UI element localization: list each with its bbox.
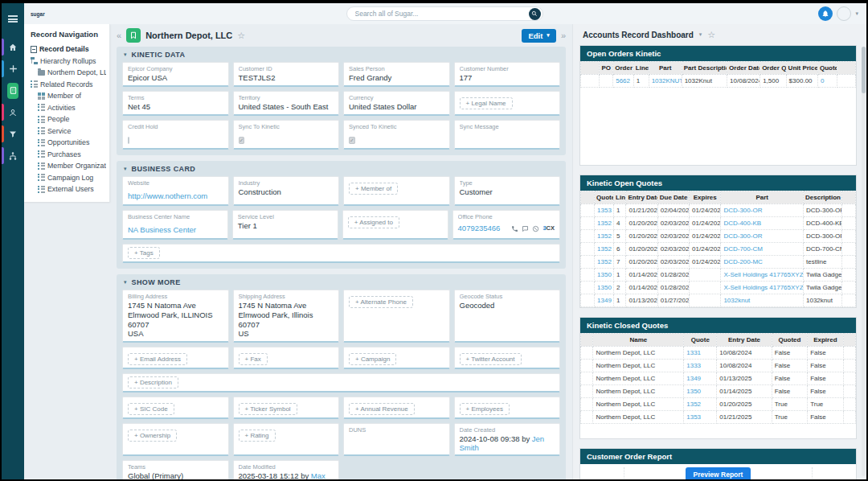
user-avatar[interactable]	[837, 6, 851, 21]
checkbox-checked[interactable]: ✓	[239, 137, 245, 144]
cell-link[interactable]: 1352	[597, 220, 612, 227]
search-input[interactable]	[355, 10, 529, 18]
add-field-button-employees[interactable]: + Employees	[460, 403, 510, 415]
cell-link[interactable]: DCD-300-OR	[723, 207, 762, 214]
add-field-button-alternate-phone[interactable]: + Alternate Phone	[349, 296, 413, 308]
preview-report-button[interactable]: Preview Report	[686, 467, 751, 479]
cell-link[interactable]: 1349	[686, 375, 701, 382]
add-field-button-tags[interactable]: + Tags	[128, 247, 160, 259]
add-field-button-description[interactable]: + Description	[128, 376, 178, 388]
sms-icon[interactable]	[522, 221, 529, 236]
add-field-button-ticker-symbol[interactable]: + Ticker Symbol	[239, 403, 297, 415]
section-header-business-card[interactable]: ▾BUSINESS CARD	[117, 161, 566, 176]
nav-item-service[interactable]: Service	[31, 125, 106, 138]
workspace: Record Navigation Record DetailsHierarch…	[24, 24, 866, 479]
add-field-button-ownership[interactable]: + Ownership	[128, 430, 177, 442]
section-header-show-more[interactable]: ▾SHOW MORE	[117, 274, 566, 290]
favorite-star-icon[interactable]: ☆	[237, 31, 245, 41]
field-label: Business Center Name	[128, 213, 223, 220]
nav-item-campaign-log[interactable]: Campaign Log	[31, 172, 106, 184]
field-sync-to-kinetic: Sync To Kinetic✓	[233, 120, 340, 150]
cell-link[interactable]: DCD-200-MC	[723, 258, 762, 265]
rail-item-contacts[interactable]	[2, 101, 24, 123]
rail-item-org[interactable]	[2, 145, 24, 166]
field-value[interactable]: NA Business Center	[128, 225, 196, 234]
add-field-button-annual-revenue[interactable]: + Annual Revenue	[349, 403, 415, 415]
nav-item-northern-depot-llc[interactable]: Northern Depot, LLC	[31, 67, 106, 79]
dashboard-star-icon[interactable]: ☆	[707, 30, 715, 40]
cell-link[interactable]: 1352	[597, 232, 612, 240]
dashboard-scrollbar[interactable]	[862, 47, 866, 476]
expand-dashboard-icon[interactable]: »	[561, 31, 566, 40]
cell-link[interactable]: 1032knut	[723, 297, 750, 304]
rail-item-menu[interactable]	[2, 8, 24, 30]
cell-link[interactable]: 1350	[686, 388, 701, 395]
rail-item-filter[interactable]	[2, 123, 24, 145]
edit-button[interactable]: Edit ▾	[522, 29, 555, 43]
table-header-line: Line	[633, 62, 649, 75]
call-icon[interactable]	[511, 221, 518, 236]
rail-item-accounts[interactable]	[2, 80, 24, 101]
checkbox-unchecked[interactable]	[128, 137, 129, 144]
table-cell: 10/08/2024	[727, 75, 760, 88]
cell-link[interactable]: 1352	[686, 401, 701, 408]
nav-item-record-details[interactable]: Record Details	[31, 43, 106, 56]
cell-link[interactable]: DCD-700-CM	[723, 245, 762, 253]
add-field-button-twitter-account[interactable]: + Twitter Account	[460, 353, 522, 365]
collapse-nav-icon[interactable]: «	[117, 31, 121, 40]
cell-link[interactable]: 1350	[597, 284, 612, 291]
cell-link[interactable]: 1352	[597, 258, 612, 265]
add-field-button-rating[interactable]: + Rating	[239, 430, 276, 442]
nav-item-member-of[interactable]: Member of	[31, 90, 106, 102]
add-field-button-campaign[interactable]: + Campaign	[349, 353, 396, 365]
field-billing-address: Billing Address1745 N Natoma AveElmwood …	[122, 290, 229, 343]
table-header-part: Part	[721, 191, 804, 204]
cell-link[interactable]: X-Sell Holdings 417765XYZ987	[723, 271, 803, 278]
nav-item-hierarchy-rollups[interactable]: Hierarchy Rollups	[31, 56, 106, 68]
nav-item-related-records[interactable]: Related Records	[31, 79, 106, 91]
cell-link[interactable]: 1349	[597, 297, 612, 304]
nav-item-people[interactable]: People	[31, 113, 106, 125]
threecx-icon[interactable]: 3CX	[542, 224, 555, 232]
notifications-bell-icon[interactable]	[818, 6, 833, 21]
cell-link[interactable]: DCD-300-OR	[723, 232, 762, 240]
field-value-line: 1745 N Natoma Ave	[239, 301, 334, 310]
search-icon[interactable]	[529, 8, 541, 20]
add-field-button-member-of[interactable]: + Member of	[349, 183, 398, 195]
dashboard-header: Accounts Record Dashboard ▾ ☆	[573, 24, 866, 45]
nav-item-purchases[interactable]: Purchases	[31, 149, 106, 161]
whatsapp-icon[interactable]	[532, 221, 539, 236]
add-field-button-email-address[interactable]: + Email Address	[128, 353, 187, 365]
add-field-button-assigned-to[interactable]: + Assigned to	[348, 216, 399, 228]
cell-link[interactable]: 1331	[686, 349, 701, 356]
rail-item-home[interactable]	[2, 36, 24, 58]
dashboard-caret-icon[interactable]: ▾	[699, 31, 702, 38]
dashboard-title[interactable]: Accounts Record Dashboard	[583, 31, 694, 39]
profile-caret-icon[interactable]: ▾	[855, 10, 858, 17]
cell-link[interactable]: 0	[821, 77, 824, 84]
cell-link[interactable]: 1350	[597, 271, 612, 278]
cell-link[interactable]: 5662	[616, 77, 630, 84]
dashboard-scrollbar-thumb[interactable]	[862, 47, 866, 93]
rail-item-plus[interactable]	[2, 58, 24, 80]
phone-number-link[interactable]: 4079235466	[458, 224, 501, 233]
checkbox-checked[interactable]: ✓	[349, 137, 355, 144]
global-search[interactable]	[346, 6, 543, 21]
field-value[interactable]: http://www.nothern.com	[128, 191, 207, 200]
nav-item-opportunities[interactable]: Opportunities	[31, 137, 106, 149]
nav-item-activities[interactable]: Activities	[31, 102, 106, 114]
cell-link[interactable]: DCD-400-KB	[723, 220, 761, 227]
cell-link[interactable]: X-Sell Holdings 417765XYZ987	[723, 284, 803, 291]
nav-item-external-users[interactable]: External Users	[31, 183, 106, 195]
cell-link[interactable]: 1352	[597, 245, 612, 253]
field-label: Service Level	[238, 213, 333, 220]
add-field-button-sic-code[interactable]: + SIC Code	[128, 403, 174, 415]
add-field-button-fax[interactable]: + Fax	[239, 353, 268, 365]
section-header-kinetic-data[interactable]: ▾KINETIC DATA	[117, 47, 566, 62]
cell-link[interactable]: 1353	[686, 413, 701, 421]
cell-link[interactable]: 1032KNUT	[652, 77, 682, 84]
add-field-button-legal-name[interactable]: + Legal Name	[460, 97, 513, 109]
cell-link[interactable]: 1353	[597, 207, 612, 214]
cell-link[interactable]: 1333	[686, 362, 701, 369]
nav-item-member-organizat[interactable]: Member Organizat...	[31, 160, 106, 172]
